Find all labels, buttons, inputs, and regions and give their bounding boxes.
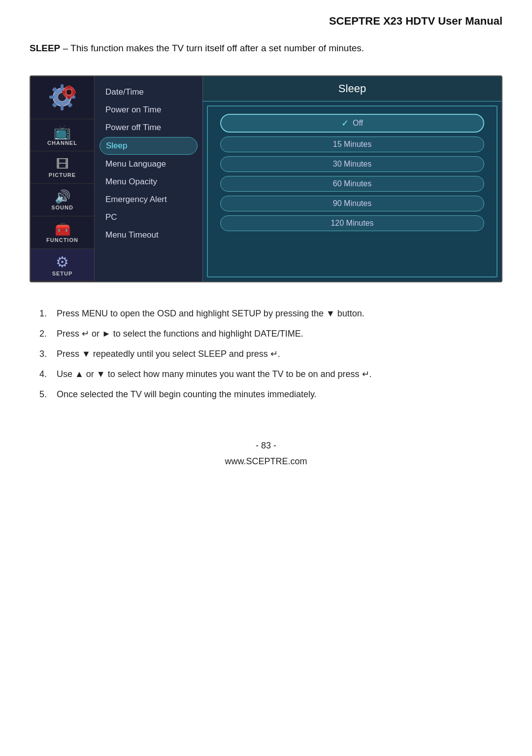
check-icon: ✓ xyxy=(341,118,349,129)
svg-point-11 xyxy=(66,89,72,95)
svg-rect-2 xyxy=(61,84,64,89)
sleep-option-off[interactable]: ✓ Off xyxy=(220,114,484,133)
svg-rect-15 xyxy=(72,91,76,94)
sleep-option-90min-label: 90 Minutes xyxy=(333,199,371,208)
sidebar-item-setup-top[interactable] xyxy=(31,76,94,119)
osd-setup-menu: Date/Time Power on Time Power off Time S… xyxy=(95,76,203,281)
page-footer: - 83 - www.SCEPTRE.com xyxy=(0,418,532,484)
sleep-panel-header: Sleep xyxy=(203,76,501,102)
sidebar-item-function[interactable]: 🧰 FUNCTION xyxy=(31,216,94,249)
instruction-step-5: Once selected the TV will begin counting… xyxy=(39,388,493,401)
sleep-option-30min[interactable]: 30 Minutes xyxy=(220,156,484,172)
sleep-option-30min-label: 30 Minutes xyxy=(333,160,371,169)
page-title: SCEPTRE X23 HDTV User Manual xyxy=(0,0,532,33)
sleep-option-120min-label: 120 Minutes xyxy=(331,219,373,228)
sleep-options-list: ✓ Off 15 Minutes 30 Minutes 60 Minutes 9… xyxy=(207,105,498,277)
sidebar-item-setup[interactable]: ⚙ SETUP xyxy=(31,249,94,281)
menu-item-menu-opacity[interactable]: Menu Opacity xyxy=(100,173,198,190)
menu-item-sleep[interactable]: Sleep xyxy=(100,137,198,155)
osd-container: 📺 CHANNEL 🎞 PICTURE 🔊 SOUND 🧰 FUNCTION ⚙… xyxy=(30,75,502,282)
instruction-step-2: Press ↵ or ► to select the functions and… xyxy=(39,327,493,341)
sleep-option-120min[interactable]: 120 Minutes xyxy=(220,215,484,231)
sidebar-item-channel[interactable]: 📺 CHANNEL xyxy=(31,119,94,152)
svg-rect-3 xyxy=(61,105,64,110)
step-1-text: Press MENU to open the OSD and highlight… xyxy=(57,307,493,320)
step-4-text: Use ▲ or ▼ to select how many minutes yo… xyxy=(57,368,493,381)
sidebar-setup-label: SETUP xyxy=(52,271,73,276)
instruction-step-4: Use ▲ or ▼ to select how many minutes yo… xyxy=(39,368,493,381)
page-number: - 83 - xyxy=(0,438,532,453)
instructions-list: Press MENU to open the OSD and highlight… xyxy=(39,307,493,401)
sleep-option-15min-label: 15 Minutes xyxy=(333,140,371,149)
menu-item-power-on[interactable]: Power on Time xyxy=(100,102,198,118)
svg-rect-12 xyxy=(67,85,70,89)
svg-rect-4 xyxy=(49,96,54,99)
gear-large-icon xyxy=(46,81,78,113)
sidebar-item-picture[interactable]: 🎞 PICTURE xyxy=(31,151,94,184)
instructions-section: Press MENU to open the OSD and highlight… xyxy=(0,302,532,418)
svg-rect-13 xyxy=(67,96,70,99)
menu-item-menu-timeout[interactable]: Menu Timeout xyxy=(100,227,198,243)
sidebar-item-sound[interactable]: 🔊 SOUND xyxy=(31,184,94,216)
sleep-option-60min-label: 60 Minutes xyxy=(333,179,371,188)
sidebar-channel-label: CHANNEL xyxy=(47,140,77,146)
menu-item-pc[interactable]: PC xyxy=(100,209,198,226)
osd-sidebar: 📺 CHANNEL 🎞 PICTURE 🔊 SOUND 🧰 FUNCTION ⚙… xyxy=(31,76,95,281)
step-3-text: Press ▼ repeatedly until you select SLEE… xyxy=(57,347,493,361)
instruction-step-1: Press MENU to open the OSD and highlight… xyxy=(39,307,493,320)
menu-item-datetime[interactable]: Date/Time xyxy=(100,84,198,101)
menu-item-power-off[interactable]: Power off Time xyxy=(100,119,198,136)
svg-rect-14 xyxy=(62,91,66,94)
sidebar-function-label: FUNCTION xyxy=(46,237,78,243)
sleep-option-90min[interactable]: 90 Minutes xyxy=(220,196,484,211)
sleep-option-off-label: Off xyxy=(353,119,363,128)
website-url: www.SCEPTRE.com xyxy=(0,453,532,469)
menu-item-emergency-alert[interactable]: Emergency Alert xyxy=(100,191,198,208)
step-2-text: Press ↵ or ► to select the functions and… xyxy=(57,327,493,341)
sleep-description-text: – This function makes the TV turn itself… xyxy=(60,43,364,53)
menu-item-menu-language[interactable]: Menu Language xyxy=(100,156,198,172)
sleep-option-15min[interactable]: 15 Minutes xyxy=(220,137,484,152)
sidebar-picture-label: PICTURE xyxy=(49,172,76,178)
sleep-description: SLEEP – This function makes the TV turn … xyxy=(0,33,532,70)
step-5-text: Once selected the TV will begin counting… xyxy=(57,388,493,401)
sleep-option-60min[interactable]: 60 Minutes xyxy=(220,176,484,192)
sleep-bold-label: SLEEP xyxy=(30,43,60,53)
osd-sleep-panel: Sleep ✓ Off 15 Minutes 30 Minutes 60 Min… xyxy=(203,76,501,281)
instruction-step-3: Press ▼ repeatedly until you select SLEE… xyxy=(39,347,493,361)
sidebar-sound-label: SOUND xyxy=(51,205,73,210)
